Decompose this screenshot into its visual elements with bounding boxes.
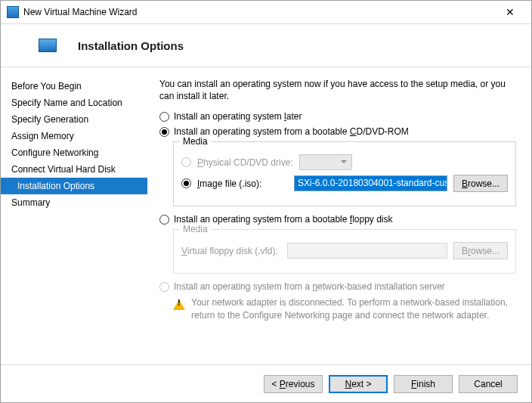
- image-file-field[interactable]: SXi-6.0.0-20180304001-standard-customize…: [294, 175, 447, 191]
- intro-text: You can install an operating system now …: [159, 78, 516, 102]
- body: Before You Begin Specify Name and Locati…: [1, 67, 531, 364]
- close-icon[interactable]: ✕: [495, 3, 525, 21]
- sidebar-item-specify-name[interactable]: Specify Name and Location: [1, 95, 147, 111]
- media-group-cd: Media Physical CD/DVD drive: Image file …: [173, 141, 516, 206]
- sidebar-item-installation-options[interactable]: Installation Options: [1, 178, 147, 194]
- radio-install-floppy[interactable]: Install an operating system from a boota…: [159, 214, 516, 225]
- radio-icon: [159, 282, 169, 292]
- vfd-field: [287, 243, 447, 259]
- wizard-icon: [39, 39, 57, 52]
- content-pane: You can install an operating system now …: [147, 67, 531, 364]
- physical-drive-label: Physical CD/DVD drive:: [197, 157, 293, 168]
- banner: Installation Options: [1, 23, 531, 67]
- previous-button[interactable]: < Previous: [264, 375, 323, 393]
- radio-physical-drive: Physical CD/DVD drive:: [181, 154, 508, 170]
- sidebar-item-specify-generation[interactable]: Specify Generation: [1, 111, 147, 128]
- sidebar-item-summary[interactable]: Summary: [1, 194, 147, 211]
- group-legend: Media: [180, 136, 211, 147]
- titlebar: New Virtual Machine Wizard ✕: [1, 1, 531, 23]
- radio-install-network: Install an operating system from a netwo…: [159, 281, 516, 292]
- app-icon: [7, 6, 19, 18]
- sidebar-item-configure-networking[interactable]: Configure Networking: [1, 144, 147, 161]
- next-button[interactable]: Next >: [329, 375, 388, 393]
- finish-button[interactable]: Finish: [394, 375, 453, 393]
- sidebar-item-before-you-begin[interactable]: Before You Begin: [1, 78, 147, 95]
- browse-iso-button[interactable]: Browse...: [453, 175, 508, 192]
- radio-icon: [181, 157, 191, 167]
- image-file-label: Image file (.iso):: [197, 178, 288, 189]
- sidebar-item-assign-memory[interactable]: Assign Memory: [1, 128, 147, 144]
- media-group-floppy: Media Virtual floppy disk (.vfd): Browse…: [173, 229, 516, 274]
- sidebar-item-connect-vhd[interactable]: Connect Virtual Hard Disk: [1, 161, 147, 178]
- radio-icon: [159, 215, 169, 225]
- radio-install-cd[interactable]: Install an operating system from a boota…: [159, 126, 516, 137]
- window-title: New Virtual Machine Wizard: [23, 7, 495, 17]
- radio-label: Install an operating system later: [174, 111, 302, 122]
- radio-image-file[interactable]: Image file (.iso): SXi-6.0.0-20180304001…: [181, 175, 508, 192]
- page-title: Installation Options: [78, 39, 184, 52]
- warning-text: Your network adapter is disconnected. To…: [191, 296, 516, 321]
- radio-label: Install an operating system from a netwo…: [174, 281, 445, 292]
- wizard-window: New Virtual Machine Wizard ✕ Installatio…: [0, 0, 532, 403]
- radio-label: Install an operating system from a boota…: [174, 126, 409, 137]
- radio-icon: [181, 178, 191, 188]
- group-legend: Media: [180, 224, 211, 234]
- network-warning: Your network adapter is disconnected. To…: [173, 296, 516, 321]
- radio-icon: [159, 112, 169, 122]
- cancel-button[interactable]: Cancel: [459, 375, 518, 393]
- warning-icon: [173, 298, 185, 308]
- footer: < Previous Next > Finish Cancel: [1, 364, 531, 402]
- radio-install-later[interactable]: Install an operating system later: [159, 111, 516, 122]
- browse-vfd-button: Browse...: [453, 242, 508, 259]
- vfd-label: Virtual floppy disk (.vfd):: [181, 246, 281, 256]
- radio-label: Install an operating system from a boota…: [174, 214, 393, 225]
- radio-icon: [159, 127, 169, 137]
- physical-drive-combo: [299, 154, 352, 170]
- sidebar: Before You Begin Specify Name and Locati…: [1, 67, 147, 364]
